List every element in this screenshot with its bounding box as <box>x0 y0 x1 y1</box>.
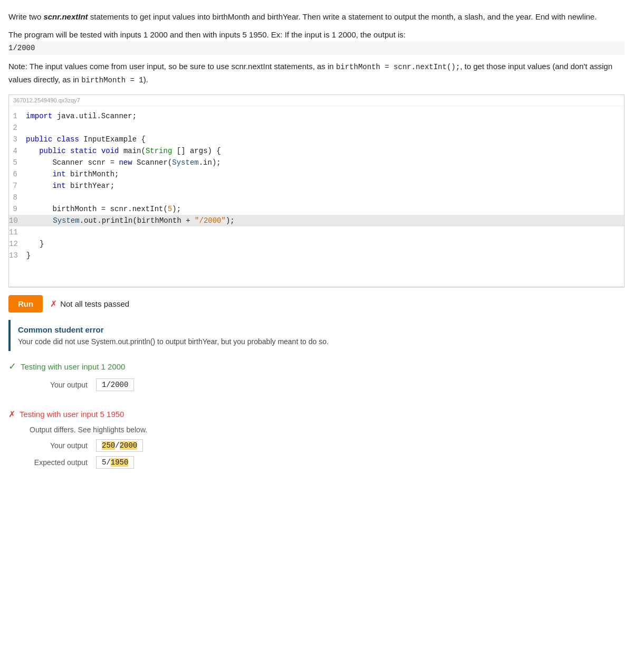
line-content-11 <box>26 226 31 238</box>
test1-your-output-value: 1/2000 <box>96 378 134 391</box>
test1-your-output-label: Your output <box>30 381 88 389</box>
test2-header: ✗ Testing with user input 5 1950 <box>8 409 625 419</box>
test2-your-output-value: 250/2000 <box>96 439 143 452</box>
line-num-2: 2 <box>9 122 26 134</box>
test2-header-text: Testing with user input 5 1950 <box>20 410 124 419</box>
line-content-1: import java.util.Scanner; <box>26 110 137 122</box>
editor-label: 367012.2549490.qx3zqy7 <box>9 95 624 106</box>
highlight-2000: 2000 <box>120 441 138 450</box>
line-num-6: 6 <box>9 168 26 180</box>
common-error-box: Common student error Your code did not u… <box>8 320 625 351</box>
line-num-4: 4 <box>9 145 26 157</box>
line-content-5: Scanner scnr = new Scanner(System.in); <box>26 157 221 168</box>
description-para2: The program will be tested with inputs 1… <box>8 29 625 55</box>
code-line-1: 1 import java.util.Scanner; <box>9 110 624 122</box>
code-line-5: 5 Scanner scnr = new Scanner(System.in); <box>9 157 624 168</box>
nextint-bold: scnr.nextInt <box>43 12 88 21</box>
highlight-1950: 1950 <box>111 458 129 467</box>
line-num-8: 8 <box>9 192 26 203</box>
test1-output-row: Your output 1/2000 <box>30 378 625 391</box>
test2-expected-output-value: 5/1950 <box>96 456 134 469</box>
line-content-3: public class InputExample { <box>26 134 146 145</box>
line-num-12: 12 <box>9 238 26 250</box>
line-num-10: 10 <box>9 215 26 226</box>
code-line-6: 6 int birthMonth; <box>9 168 624 180</box>
code-line-9: 9 birthMonth = scnr.nextInt(5); <box>9 203 624 215</box>
test2-x-icon: ✗ <box>8 409 15 419</box>
desc-para2-text: The program will be tested with inputs 1… <box>8 30 406 39</box>
code-line-10: 10 System.out.println(birthMonth + "/200… <box>9 215 624 226</box>
line-content-10: System.out.println(birthMonth + "/2000")… <box>26 215 235 226</box>
run-status: ✗ Not all tests passed <box>50 299 129 309</box>
test2-your-output-row: Your output 250/2000 <box>30 439 625 452</box>
run-area: Run ✗ Not all tests passed <box>8 287 625 320</box>
code-line-12: 12 } <box>9 238 624 250</box>
test1-check-icon: ✓ <box>8 361 16 372</box>
description-para3: Note: The input values come from user in… <box>8 60 625 86</box>
highlight-250: 250 <box>102 441 115 450</box>
test2-differs-text: Output differs. See highlights below. <box>30 425 625 434</box>
code-example: 1/2000 <box>8 41 625 55</box>
line-content-4: public static void main(String [] args) … <box>26 145 221 157</box>
line-content-12: } <box>26 238 44 250</box>
code-line-11: 11 <box>9 226 624 238</box>
desc-para3-prefix: Note: The input values come from user in… <box>8 62 336 71</box>
line-num-13: 13 <box>9 250 26 261</box>
code-line-4: 4 public static void main(String [] args… <box>9 145 624 157</box>
code-line-8: 8 <box>9 192 624 203</box>
line-num-3: 3 <box>9 134 26 145</box>
code-editor[interactable]: 1 import java.util.Scanner; 2 3 public c… <box>9 106 624 287</box>
line-content-6: int birthMonth; <box>26 168 119 180</box>
code-line-7: 7 int birthYear; <box>9 180 624 192</box>
code-line-3: 3 public class InputExample { <box>9 134 624 145</box>
line-content-9: birthMonth = scnr.nextInt(5); <box>26 203 181 215</box>
code-editor-wrapper[interactable]: 367012.2549490.qx3zqy7 1 import java.uti… <box>8 94 625 287</box>
line-num-7: 7 <box>9 180 26 192</box>
run-status-x-icon: ✗ <box>50 299 57 309</box>
test2-expected-output-label: Expected output <box>30 458 88 467</box>
description-block: Write two scnr.nextInt statements to get… <box>8 11 625 86</box>
line-content-7: int birthYear; <box>26 180 114 192</box>
line-num-1: 1 <box>9 110 26 122</box>
desc-suffix: statements to get input values into birt… <box>88 12 597 21</box>
test-section-2: ✗ Testing with user input 5 1950 Output … <box>8 409 625 469</box>
line-num-11: 11 <box>9 226 26 238</box>
code-note2: birthMonth = 1 <box>81 76 143 84</box>
line-content-13: } <box>26 250 31 261</box>
test1-header: ✓ Testing with user input 1 2000 <box>8 361 625 372</box>
run-status-text: Not all tests passed <box>60 299 129 308</box>
error-box-title: Common student error <box>18 325 617 334</box>
line-content-2 <box>26 122 30 134</box>
test1-header-text: Testing with user input 1 2000 <box>21 362 125 371</box>
test2-expected-output-row: Expected output 5/1950 <box>30 456 625 469</box>
desc-para3-end: ). <box>143 75 148 84</box>
test-section-1: ✓ Testing with user input 1 2000 Your ou… <box>8 361 625 391</box>
code-note: birthMonth = scnr.nextInt(); <box>336 63 460 71</box>
test2-your-output-label: Your output <box>30 441 88 450</box>
line-content-8 <box>26 192 30 203</box>
code-line-13: 13 } <box>9 250 624 261</box>
error-box-text: Your code did not use System.out.println… <box>18 337 617 346</box>
run-button[interactable]: Run <box>8 295 43 313</box>
description-para1: Write two scnr.nextInt statements to get… <box>8 11 625 23</box>
line-num-9: 9 <box>9 203 26 215</box>
line-num-5: 5 <box>9 157 26 168</box>
code-line-2: 2 <box>9 122 624 134</box>
